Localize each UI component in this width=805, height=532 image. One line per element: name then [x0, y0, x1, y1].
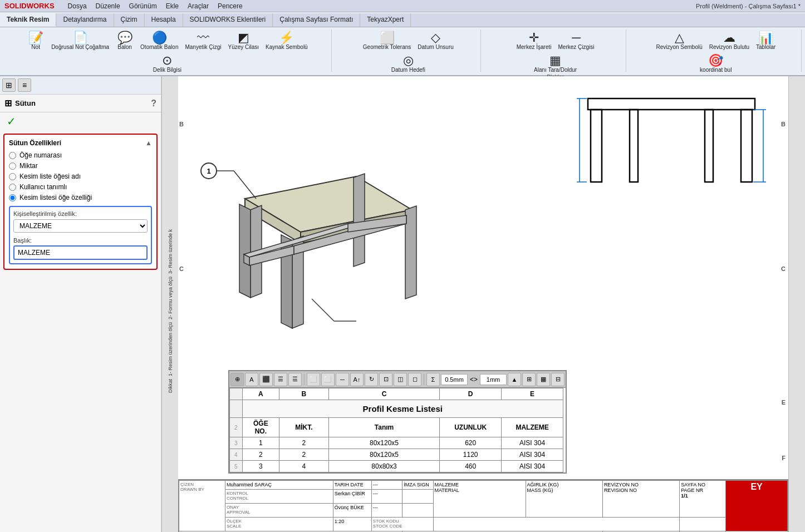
onay-imza: [402, 504, 433, 518]
bom-align-left[interactable]: ⬛: [259, 373, 273, 386]
panel-close-button[interactable]: ▲: [145, 139, 152, 147]
bom-title-row: Profil Kesme Listesi: [230, 400, 563, 418]
bom-align-right[interactable]: ☰: [288, 373, 302, 386]
canvas-area[interactable]: B C B C E F 540: [178, 76, 788, 532]
bom-row3-num: 5: [230, 461, 243, 472]
tab-cizim[interactable]: Çizim: [114, 13, 145, 27]
bom-sum-btn[interactable]: Σ: [426, 373, 440, 386]
tab-tekyazxpert[interactable]: TekyazXpert: [360, 13, 411, 27]
bom-icon5[interactable]: ▦: [537, 373, 550, 386]
property-dropdown[interactable]: MALZEME: [13, 219, 148, 233]
ribbon-btn-merkez-cizgisi[interactable]: ─ Merkez Çizgisi: [556, 31, 597, 51]
ribbon-btn-tablolar[interactable]: 📊 Tablolar: [754, 31, 778, 51]
bom-title-row-num: [230, 400, 243, 418]
bom-row2-malzeme: AISI 304: [502, 449, 563, 461]
bom-align-center[interactable]: ☰: [274, 373, 287, 386]
bom-container[interactable]: ⊕ A ⬛ ☰ ☰ ⬜ ⬜ ─ A↑ ↻ ⊡ ◫ ◻ Σ: [228, 370, 567, 474]
koordinat-icon: 🎯: [708, 55, 723, 67]
ribbon-btn-datum-unsuru[interactable]: ◇ Datum Unsuru: [415, 31, 455, 51]
radio-oge-numarasi[interactable]: Öğe numarası: [9, 151, 152, 159]
radio-miktar[interactable]: Miktar: [9, 162, 152, 170]
tab-calisma-sayfasi-formati[interactable]: Çalışma Sayfası Formatı: [273, 13, 360, 27]
bom-row1-uzunluk: 620: [440, 437, 502, 449]
merkez-isareti-icon: ✛: [529, 32, 539, 44]
bom-text-size[interactable]: A↑: [350, 373, 364, 386]
ribbon-btn-revizyon-bulut[interactable]: ☁ Revizyon Bulutu: [707, 31, 752, 51]
sutun-ozellikler-title: Sütun Özellikleri ▲: [9, 139, 152, 147]
radio-kullanici-tanimli[interactable]: Kullanıcı tanımlı: [9, 183, 152, 191]
bom-icon2[interactable]: ◫: [394, 373, 407, 386]
ribbon-btn-geometrik[interactable]: ⬜ Geometrik Tolerans: [361, 31, 414, 51]
tab-hesapla[interactable]: Hesapla: [145, 13, 183, 27]
bom-row2-num: 4: [230, 449, 243, 461]
ribbon-btn-yuzey[interactable]: ◩ Yüzey Cilası: [225, 31, 261, 51]
bom-align3[interactable]: ⬜: [321, 373, 335, 386]
datum-unsuru-icon: ◇: [431, 32, 440, 44]
ribbon-btn-koordinat[interactable]: 🎯 koordinat bul: [698, 53, 734, 74]
bom-move-btn[interactable]: ⊕: [230, 373, 244, 386]
menu-item-goruntum[interactable]: Görünüm: [129, 2, 157, 10]
menu-item-duzenle[interactable]: Düzenle: [96, 2, 120, 10]
bom-sep2: [424, 374, 424, 385]
menu-item-ekle[interactable]: Ekle: [166, 2, 179, 10]
bom-header-uzunluk: UZUNLUK: [440, 418, 502, 437]
confirm-button[interactable]: ✓: [4, 115, 18, 128]
bom-format-btn1[interactable]: A: [245, 373, 258, 386]
ribbon-btn-merkez-isareti[interactable]: ✛ Merkez İşareti: [514, 31, 554, 51]
bom-spinner[interactable]: ▲: [508, 373, 521, 386]
menu-item-pencere[interactable]: Pencere: [218, 2, 243, 10]
svg-marker-21: [405, 206, 416, 299]
ribbon-btn-balon[interactable]: 💬 Balon: [114, 31, 136, 51]
bom-align2[interactable]: ⬜: [307, 373, 320, 386]
radio-kesim-ozellik[interactable]: Kesim listesi öğe özelliği: [9, 194, 152, 201]
ribbon: Teknik Resim Detaylandırma Çizim Hesapla…: [0, 12, 805, 76]
bom-row1-num: 3: [230, 437, 243, 449]
ribbon-btn-kaynak[interactable]: ⚡ Kaynak Sembolü: [263, 31, 310, 51]
bom-icon6[interactable]: ⊟: [551, 373, 565, 386]
svg-rect-4: [705, 110, 713, 182]
menu-item-araclar[interactable]: Araçlar: [188, 2, 209, 10]
bom-row3-tanim: 80x80x3: [328, 461, 440, 472]
menu-item-dosya[interactable]: Dosya: [68, 2, 87, 10]
ribbon-btn-delik[interactable]: ⊙ Delik Bilgisi: [151, 53, 184, 74]
ribbon-tolerans-items: ⬜ Geometrik Tolerans ◇ Datum Unsuru ◎ Da…: [341, 31, 476, 74]
ribbon-btn-manyetik[interactable]: 〰 Manyetik Çizgi: [183, 31, 223, 51]
baslik-input[interactable]: [13, 245, 148, 260]
elevation-view: 540 460: [577, 82, 766, 193]
list-icon: ≡: [22, 81, 27, 90]
bom-refresh[interactable]: ↻: [365, 373, 378, 386]
ribbon-btn-alan-tara[interactable]: ▦ Alanı Tara/Doldur: [532, 53, 579, 74]
checkmark-icon: ✓: [7, 115, 16, 127]
custom-label: Kişiselleştirilmiş özellik:: [13, 210, 148, 217]
col-letter-row: A B C D E: [230, 388, 563, 400]
help-button[interactable]: ?: [151, 98, 156, 109]
cizen-tarih: ---: [371, 481, 402, 490]
bom-icon3[interactable]: ◻: [408, 373, 421, 386]
tab-detaylandirma[interactable]: Detaylandırma: [56, 13, 114, 27]
stok-kodu-value: [433, 518, 680, 531]
sidebar-tool-list[interactable]: ≡: [18, 78, 31, 92]
ribbon-btn-not[interactable]: 📝 Not: [24, 31, 47, 51]
drawing-area[interactable]: Dikkat 1- Resim üzerinden ölçü 2- Formu …: [161, 76, 805, 532]
delik-icon: ⊙: [162, 55, 172, 67]
ribbon-btn-dogrusal-not[interactable]: 📄 Doğrusal Not Çoğaltma: [49, 31, 111, 51]
svg-line-31: [312, 299, 334, 321]
bom-size-input2[interactable]: [480, 374, 507, 385]
sidebar-tool-table[interactable]: ⊞: [2, 78, 16, 92]
olcek-label: ÖLÇEKSCALE: [225, 518, 333, 531]
bom-icon4[interactable]: ⊞: [522, 373, 536, 386]
radio-kesim-liste-adi[interactable]: Kesim liste öğesi adı: [9, 173, 152, 180]
panel-table-icon: ⊞: [4, 98, 12, 109]
tab-solidworks-eklentileri[interactable]: SOLIDWORKS Eklentileri: [183, 13, 273, 27]
malzeme-header: MALZEMEMATERIAL: [433, 481, 526, 518]
bom-icon1[interactable]: ⊡: [379, 373, 392, 386]
ribbon-btn-revizyon-sembol[interactable]: △ Revizyon Sembolü: [654, 31, 704, 51]
tab-teknik-resim[interactable]: Teknik Resim: [0, 13, 56, 27]
ribbon-btn-otomatik-balon[interactable]: 🔵 Otomatik Balon: [138, 31, 180, 51]
stok-kodu-label: STOK KODUSTOCK CODE: [371, 518, 433, 531]
ribbon-btn-datum-hedefi[interactable]: ◎ Datum Hedefi: [389, 53, 428, 74]
bom-align4[interactable]: ─: [336, 373, 349, 386]
bom-size-input1[interactable]: [441, 374, 468, 385]
bom-row3-malzeme: AISI 304: [502, 461, 563, 472]
revizyon-sembol-icon: △: [675, 32, 684, 44]
